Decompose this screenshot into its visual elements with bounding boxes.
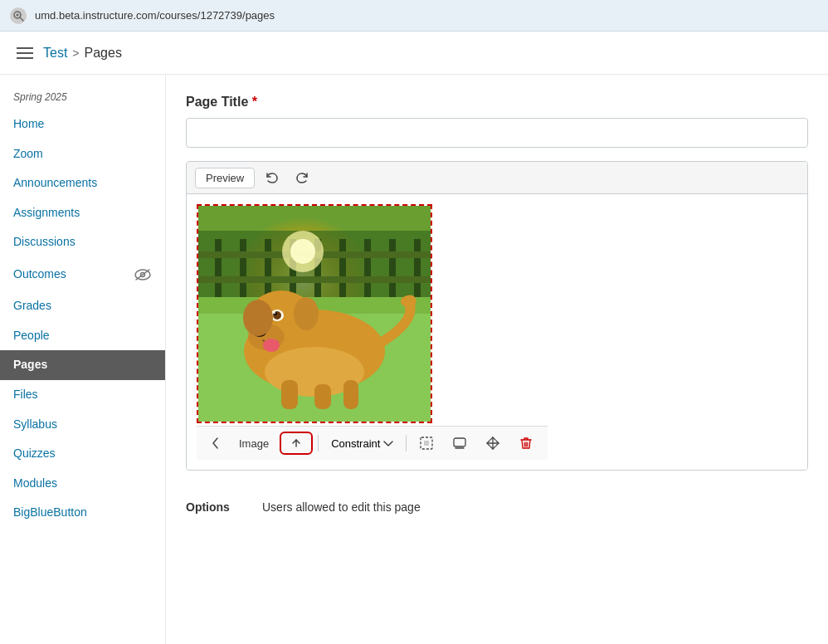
options-label: Options (186, 500, 252, 514)
svg-rect-37 (343, 380, 358, 409)
svg-point-31 (243, 300, 273, 336)
address-bar: umd.beta.instructure.com/courses/1272739… (0, 0, 828, 32)
image-prev-button[interactable] (203, 432, 228, 454)
caption-button[interactable] (445, 432, 475, 455)
redo-button[interactable] (290, 167, 314, 188)
breadcrumb-separator: > (72, 46, 79, 60)
browser-icon (10, 7, 27, 24)
svg-rect-36 (314, 384, 331, 409)
breadcrumb-test-link[interactable]: Test (43, 46, 67, 61)
options-edit-text: Users allowed to edit this page (262, 500, 421, 514)
crop-resize-button[interactable] (412, 432, 441, 455)
image-label-button[interactable]: Image (231, 433, 276, 454)
svg-rect-16 (364, 239, 371, 297)
svg-point-39 (290, 239, 315, 264)
svg-rect-12 (265, 239, 271, 297)
image-upload-button[interactable] (280, 432, 313, 455)
delete-image-button[interactable] (511, 432, 541, 455)
hamburger-menu-icon[interactable] (13, 44, 37, 62)
sidebar-item-home[interactable]: Home (0, 110, 165, 139)
page-title-input[interactable] (186, 118, 808, 148)
header: Test > Pages (0, 32, 828, 75)
image-toolbar: Image Constraint (197, 426, 548, 460)
svg-rect-11 (240, 239, 246, 297)
sidebar-item-bigbluebutton[interactable]: BigBlueButton (0, 498, 165, 528)
sidebar-item-discussions[interactable]: Discussions (0, 227, 165, 257)
svg-rect-17 (389, 239, 396, 297)
breadcrumb: Test > Pages (43, 46, 122, 61)
content-area: Page Title * Preview (166, 75, 828, 644)
svg-rect-10 (215, 239, 222, 297)
main-layout: Spring 2025 Home Zoom Announcements Assi… (0, 75, 828, 644)
svg-line-2 (20, 17, 23, 21)
svg-rect-15 (339, 239, 346, 297)
sidebar-item-people[interactable]: People (0, 321, 165, 351)
move-button[interactable] (478, 432, 508, 455)
page-title-label: Page Title * (186, 95, 808, 110)
sidebar-item-zoom[interactable]: Zoom (0, 139, 165, 169)
sidebar-item-outcomes[interactable]: Outcomes (0, 257, 165, 291)
sidebar-item-grades[interactable]: Grades (0, 291, 165, 321)
svg-point-1 (17, 13, 19, 16)
undo-button[interactable] (260, 167, 285, 188)
rich-text-editor: Preview (186, 161, 808, 471)
sidebar-item-pages[interactable]: Pages (0, 350, 165, 380)
preview-button[interactable]: Preview (195, 168, 255, 188)
breadcrumb-pages: Pages (85, 46, 122, 61)
url-text: umd.beta.instructure.com/courses/1272739… (35, 9, 275, 22)
toolbar-divider-2 (406, 435, 407, 451)
options-row: Options Users allowed to edit this page (186, 487, 808, 514)
svg-rect-18 (414, 239, 421, 297)
dog-image (198, 206, 431, 422)
sidebar-item-assignments[interactable]: Assignments (0, 198, 165, 228)
svg-rect-20 (198, 276, 431, 283)
sidebar-item-quizzes[interactable]: Quizzes (0, 439, 165, 469)
eye-slash-icon (134, 264, 152, 285)
sidebar-item-modules[interactable]: Modules (0, 469, 165, 499)
sidebar: Spring 2025 Home Zoom Announcements Assi… (0, 75, 166, 644)
svg-point-33 (263, 339, 280, 352)
svg-point-30 (274, 312, 275, 314)
selected-image-wrapper: Image Constraint (197, 204, 548, 460)
sidebar-item-files[interactable]: Files (0, 380, 165, 410)
svg-rect-35 (281, 380, 298, 409)
svg-rect-41 (424, 441, 429, 446)
svg-point-32 (294, 297, 319, 330)
sidebar-semester: Spring 2025 (0, 88, 165, 110)
editor-toolbar: Preview (187, 162, 807, 194)
image-selection-border (197, 204, 432, 423)
sidebar-item-announcements[interactable]: Announcements (0, 168, 165, 198)
editor-body[interactable]: Image Constraint (187, 194, 807, 470)
toolbar-divider-1 (318, 435, 319, 451)
sidebar-item-syllabus[interactable]: Syllabus (0, 410, 165, 440)
svg-rect-42 (454, 438, 465, 446)
constraint-button[interactable]: Constraint (324, 433, 401, 454)
